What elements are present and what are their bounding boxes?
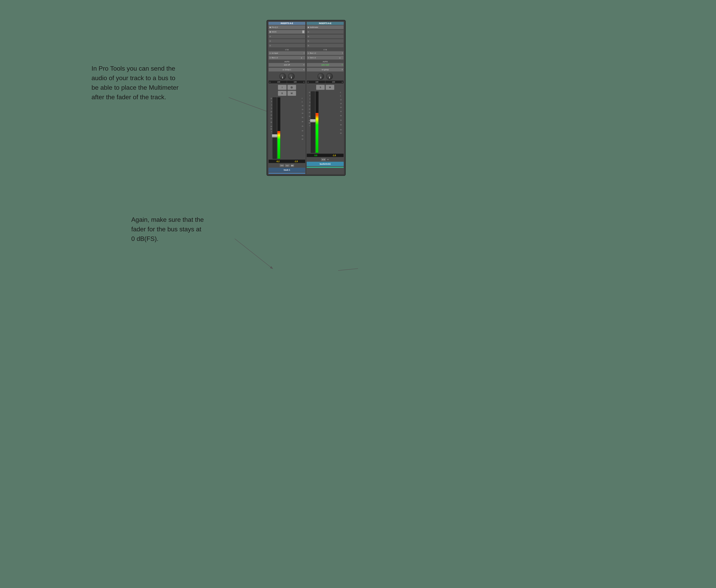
bus1-fader-thumb[interactable] (310, 119, 316, 122)
track1-mute-btn-label: M (291, 92, 293, 94)
track1-scale-r-35: 35 (301, 126, 305, 127)
track1-scale-r-50: 50 (301, 135, 305, 136)
track1-scale-6: 6 (269, 101, 272, 102)
track1-dyn-btn[interactable]: dyn (285, 164, 290, 167)
track1-rewind-btn[interactable]: ◄◄ (279, 164, 284, 167)
bus1-group-btn[interactable]: no group ▾ (307, 68, 344, 71)
bus1-solo-btn-label: S (320, 86, 321, 88)
bus1-auto-btn[interactable]: auto read ▾ (307, 63, 344, 67)
bus1-insert-5[interactable] (307, 44, 344, 47)
bus1-mute-btn-label: M (329, 86, 331, 88)
bus1-group-label: no group (322, 69, 329, 70)
bus1-rewind-btn[interactable]: ◄◄ (321, 158, 326, 161)
bus1-io-output-dot (308, 57, 309, 59)
track1-channel-strip: INSERTS A-E Pro-Q 2 MJUC I / O no input (268, 21, 306, 174)
track1-insert-3[interactable] (269, 35, 305, 38)
track1-scale-r-30: 30 (301, 121, 305, 122)
bus1-io-input-dot (308, 52, 309, 54)
bus1-name: busfortrck1 (307, 162, 344, 166)
track1-io-input[interactable]: no input ▾ (269, 51, 305, 55)
bus1-io-input[interactable]: Bus 1-2 ▾ (307, 51, 344, 55)
bus1-level-left: 0.0 (314, 154, 318, 156)
bus1-pan-arrow-right: ► (342, 81, 343, 83)
track1-io-input-arrow: ▾ (304, 52, 304, 54)
track1-scale-60: 60 (269, 128, 272, 130)
track1-solo-btn[interactable]: S (278, 91, 287, 96)
bus1-insert-2-dot (308, 31, 309, 33)
bus1-io-output[interactable]: Out 1-2 ▲ (307, 56, 344, 60)
track1-scale-inf: ∞ (269, 131, 272, 132)
bus1-mute-btn[interactable]: M (325, 85, 334, 90)
bus1-level-right: -1.6 (332, 154, 336, 156)
annotation-text-2-content: Again, make sure that the fader for the … (131, 216, 204, 242)
track1-insert-4[interactable] (269, 39, 305, 43)
track1-pan-knob-left[interactable] (279, 73, 286, 80)
bus1-insert-2[interactable] (307, 30, 344, 34)
track1-scale-40: 40 (269, 126, 272, 127)
track1-insert-1-name: Pro-Q 2 (272, 26, 304, 28)
track1-mute-btn[interactable]: M (288, 91, 296, 96)
track1-auto-btn[interactable]: auto off ▾ (269, 63, 305, 67)
bus1-pan-knob-left[interactable] (317, 73, 324, 80)
track1-insert-5[interactable] (269, 44, 305, 47)
track1-insert-2-bypass[interactable] (302, 30, 304, 33)
track1-input-btn[interactable]: I (278, 85, 287, 90)
bus1-io-input-arrow: ▾ (342, 52, 343, 54)
bus1-io-label: I / O (307, 49, 344, 51)
track1-vu-fill (277, 131, 280, 159)
bus1-io-output-arrow-up: ▲ (339, 57, 341, 59)
bus1-group-arrow: ▾ (342, 69, 343, 70)
bus1-pan-section (317, 73, 333, 80)
track1-ffwd-btn[interactable]: ▶▶ (290, 164, 294, 167)
track1-pan-arrow-right: ► (303, 81, 305, 83)
track1-insert-2[interactable]: MJUC (269, 30, 305, 34)
track1-scale-15: 15 (269, 114, 272, 116)
track1-io-label: I / O (269, 49, 305, 51)
track1-io-input-value: no input (272, 52, 278, 54)
bus1-insert-3[interactable] (307, 35, 344, 38)
track1-io-output[interactable]: Bus 1-2 ▲ (269, 56, 305, 60)
bus1-solo-btn[interactable]: S (316, 85, 325, 90)
track1-group-btn[interactable]: a: Group 1 ▾ (269, 68, 305, 71)
track1-fader-thumb[interactable] (272, 134, 277, 138)
track1-buttons-row2: S M (269, 91, 305, 96)
bus1-bottom-bar (307, 167, 344, 168)
track1-fader-rail[interactable] (272, 97, 277, 159)
track1-buttons-row1: I (269, 85, 305, 90)
bus1-io-output-value: Out 1-2 (310, 57, 316, 59)
track1-pan-section (279, 73, 295, 80)
annotation-text-2: Again, make sure that the fader for the … (131, 215, 204, 244)
bus1-pan-knob-right[interactable] (326, 73, 333, 80)
track1-scale-30: 30 (269, 122, 272, 123)
bus1-buttons-row1: S M (307, 85, 344, 90)
track1-scale-right: 0 5 10 15 20 25 30 35 40 50 60 (301, 97, 305, 159)
annotation-text-1-content: In Pro Tools you can send the audio of y… (91, 65, 178, 101)
mixer-container: INSERTS A-E Pro-Q 2 MJUC I / O no input (267, 20, 346, 176)
svg-line-2 (338, 269, 358, 271)
track1-insert-1[interactable]: Pro-Q 2 (269, 25, 305, 29)
track1-io-output-arrow-up: ▲ (301, 57, 302, 59)
bus1-insert-1[interactable]: Multimeter (307, 25, 344, 29)
track1-auto-value: auto off (284, 64, 290, 66)
track1-bottom-bar (269, 173, 305, 174)
track1-input-btn-label: I (282, 86, 282, 88)
track1-level-left: -6.2 (276, 160, 280, 163)
svg-line-1 (235, 239, 272, 269)
bus1-insert-4[interactable] (307, 39, 344, 43)
track1-scale-r-40: 40 (301, 130, 305, 131)
bus1-pan-arrow-left: ◄ (307, 81, 309, 83)
track1-level-right: -1.9 (294, 160, 298, 163)
bus1-pan-left-val: 100 (309, 81, 325, 83)
track1-io-output-value: Bus 1-2 (272, 57, 278, 59)
bus1-auto-value: auto read (321, 64, 329, 66)
bus1-inserts-header: INSERTS A-E (307, 22, 344, 25)
track1-pan-arrow-left: ◄ (269, 81, 271, 83)
track1-auto-label: AUTO (269, 61, 305, 63)
bus1-fader-rail[interactable] (311, 91, 315, 153)
track1-pan-knob-right[interactable] (288, 73, 295, 80)
track1-record-btn[interactable] (288, 85, 296, 90)
svg-line-0 (229, 98, 272, 113)
track1-scale-12: 12 (269, 98, 272, 99)
track1-record-dot (291, 86, 293, 88)
track1-insert-1-dot (270, 27, 271, 28)
